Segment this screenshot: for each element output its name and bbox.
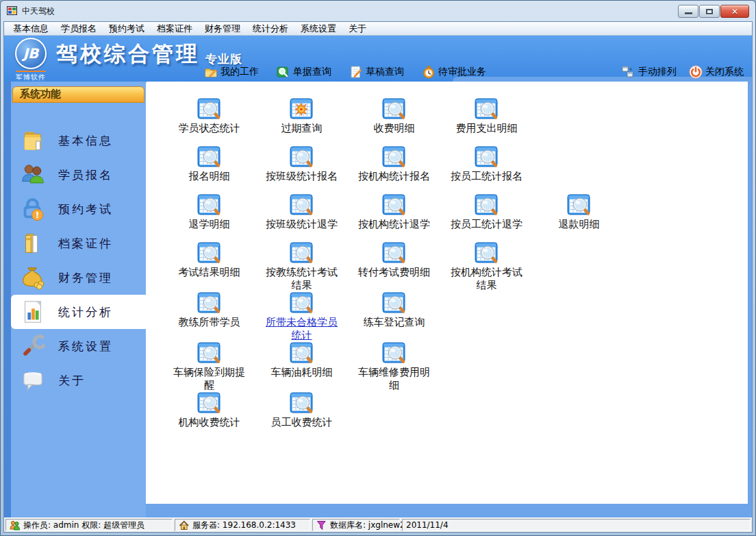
feature-row: 教练所带学员所带未合格学员统计练车登记查询 bbox=[163, 292, 748, 342]
feature-item[interactable]: 所带未合格学员统计 bbox=[255, 292, 348, 342]
sidebar-items: 基本信息学员报名!预约考试档案证件财务管理统计分析系统设置关于 bbox=[11, 123, 146, 398]
table-search-icon bbox=[475, 242, 499, 265]
status-text: 数据库名: jxglnew20 bbox=[330, 520, 410, 531]
app-icon bbox=[7, 5, 18, 16]
feature-item[interactable]: 按机构统计退学 bbox=[348, 194, 440, 231]
sidebar-item[interactable]: 学员报名 bbox=[11, 158, 146, 192]
menu-item[interactable]: 档案证件 bbox=[151, 23, 199, 35]
feature-item[interactable]: 车辆维修费用明细 bbox=[348, 342, 440, 392]
sidebar-item[interactable]: 系统设置 bbox=[11, 329, 146, 363]
feature-item[interactable]: 费用支出明细 bbox=[440, 98, 533, 135]
window-controls: ✕ bbox=[678, 5, 749, 18]
feature-item[interactable]: 按员工统计报名 bbox=[440, 146, 533, 183]
feature-item[interactable]: 报名明细 bbox=[163, 146, 255, 183]
table-search-icon bbox=[382, 242, 407, 265]
feature-item-label: 退学明细 bbox=[189, 218, 230, 231]
feature-item[interactable]: 学员状态统计 bbox=[163, 98, 255, 135]
sidebar-item[interactable]: 档案证件 bbox=[11, 226, 146, 260]
lock-icon: ! bbox=[18, 194, 48, 224]
table-search-icon bbox=[197, 194, 222, 217]
sidebar-item[interactable]: !预约考试 bbox=[11, 192, 146, 226]
content-frame: 基本信息学员报名预约考试档案证件财务管理统计分析系统设置关于 JB 军博软件 驾… bbox=[3, 21, 753, 533]
feature-item[interactable]: 按教练统计考试结果 bbox=[255, 242, 348, 292]
feature-item-label: 按机构统计考试结果 bbox=[449, 266, 525, 292]
table-search-icon bbox=[382, 292, 407, 315]
wrench-icon bbox=[18, 331, 48, 361]
minimize-button[interactable] bbox=[678, 5, 698, 18]
table-search-icon bbox=[290, 292, 314, 315]
feature-grid: 学员状态统计过期查询收费明细费用支出明细报名明细按班级统计报名按机构统计报名按员… bbox=[146, 82, 748, 440]
sidebar-item[interactable]: 关于 bbox=[11, 363, 146, 398]
feature-item[interactable]: 收费明细 bbox=[348, 98, 440, 135]
header-banner: JB 军博软件 驾校综合管理专业版 我的工作单据查询草稿查询待审批业务 手动排列… bbox=[4, 36, 752, 82]
sidebar-item[interactable]: 统计分析 bbox=[11, 295, 146, 329]
feature-item-label: 学员状态统计 bbox=[179, 122, 240, 135]
feature-item[interactable]: 按机构统计考试结果 bbox=[440, 242, 533, 292]
feature-item-label: 员工收费统计 bbox=[271, 416, 333, 429]
table-search-icon bbox=[290, 194, 314, 217]
menu-item[interactable]: 预约考试 bbox=[103, 23, 151, 35]
draft-search-button[interactable]: 草稿查询 bbox=[349, 65, 404, 79]
feature-item-label: 车辆维修费用明细 bbox=[357, 366, 432, 392]
feature-item-label: 按机构统计报名 bbox=[358, 170, 430, 183]
status-panel: 操作员: admin 权限: 超级管理员 bbox=[5, 519, 173, 531]
archive-icon bbox=[18, 228, 48, 258]
sidebar-item-label: 预约考试 bbox=[58, 202, 113, 217]
feature-item[interactable]: 员工收费统计 bbox=[255, 392, 348, 429]
power-button[interactable]: 关闭系统 bbox=[689, 65, 744, 79]
feature-item[interactable]: 车辆保险到期提醒 bbox=[163, 342, 255, 392]
sidebar-item[interactable]: 财务管理 bbox=[11, 260, 146, 295]
feature-item-label: 练车登记查询 bbox=[364, 316, 425, 329]
maximize-button[interactable] bbox=[699, 5, 720, 18]
menu-item[interactable]: 关于 bbox=[342, 23, 373, 35]
sidebar: 系统功能 基本信息学员报名!预约考试档案证件财务管理统计分析系统设置关于 bbox=[4, 82, 146, 517]
feature-item[interactable]: 按员工统计退学 bbox=[440, 194, 533, 231]
app-title-text: 驾校综合管理 bbox=[56, 41, 200, 66]
app-window: 中天驾校 ✕ 基本信息学员报名预约考试档案证件财务管理统计分析系统设置关于 JB… bbox=[0, 0, 756, 536]
feature-item[interactable]: 机构收费统计 bbox=[163, 392, 255, 429]
feature-item[interactable]: 转付考试费明细 bbox=[348, 242, 440, 279]
feature-item-label: 机构收费统计 bbox=[179, 416, 240, 429]
feature-item[interactable]: 退学明细 bbox=[163, 194, 255, 231]
arrange-windows-button[interactable]: 手动排列 bbox=[622, 65, 677, 79]
sidebar-item-label: 档案证件 bbox=[58, 236, 113, 252]
menu-item[interactable]: 财务管理 bbox=[199, 23, 247, 35]
maximize-icon bbox=[706, 9, 713, 14]
feature-item[interactable]: 练车登记查询 bbox=[348, 292, 440, 329]
menu-item[interactable]: 学员报名 bbox=[55, 23, 103, 35]
status-text: 2011/11/4 bbox=[406, 520, 449, 530]
feature-item-label: 考试结果明细 bbox=[179, 266, 240, 279]
sidebar-item[interactable]: 基本信息 bbox=[11, 123, 146, 158]
menu-item[interactable]: 统计分析 bbox=[247, 23, 294, 35]
table-search-icon bbox=[290, 342, 314, 365]
feature-row: 报名明细按班级统计报名按机构统计报名按员工统计报名 bbox=[163, 146, 748, 194]
feature-row: 车辆保险到期提醒车辆油耗明细车辆维修费用明细 bbox=[163, 342, 748, 392]
feature-item[interactable]: 车辆油耗明细 bbox=[255, 342, 348, 379]
feature-item[interactable]: 按机构统计报名 bbox=[348, 146, 440, 183]
feature-item-label: 费用支出明细 bbox=[456, 122, 518, 135]
feature-item[interactable]: 按班级统计报名 bbox=[255, 146, 348, 183]
feature-item[interactable]: 退款明细 bbox=[533, 194, 625, 231]
table-search-icon bbox=[197, 292, 222, 315]
feature-item[interactable]: 考试结果明细 bbox=[163, 242, 255, 279]
close-button[interactable]: ✕ bbox=[720, 5, 749, 18]
status-text: 操作员: admin 权限: 超级管理员 bbox=[23, 520, 144, 531]
menu-item[interactable]: 系统设置 bbox=[294, 23, 342, 35]
table-search-icon bbox=[197, 98, 222, 121]
feature-item[interactable]: 按班级统计退学 bbox=[255, 194, 348, 231]
feature-item-label: 车辆保险到期提醒 bbox=[172, 366, 247, 392]
toolbar-item-label: 关闭系统 bbox=[705, 66, 744, 78]
table-search-icon bbox=[197, 242, 222, 265]
my-work-button[interactable]: 我的工作 bbox=[204, 65, 259, 79]
feature-item[interactable]: 教练所带学员 bbox=[163, 292, 255, 329]
feature-item[interactable]: 过期查询 bbox=[255, 98, 348, 135]
power-icon bbox=[689, 65, 703, 79]
draft-search-icon bbox=[349, 65, 363, 79]
table-search-icon bbox=[290, 392, 314, 415]
document-search-button[interactable]: 单据查询 bbox=[277, 65, 331, 79]
menu-item[interactable]: 基本信息 bbox=[7, 23, 55, 35]
pending-approval-button[interactable]: 待审批业务 bbox=[422, 65, 486, 79]
table-search-icon bbox=[382, 146, 407, 169]
arrange-windows-icon bbox=[622, 65, 635, 79]
feature-item-label: 转付考试费明细 bbox=[358, 266, 430, 279]
